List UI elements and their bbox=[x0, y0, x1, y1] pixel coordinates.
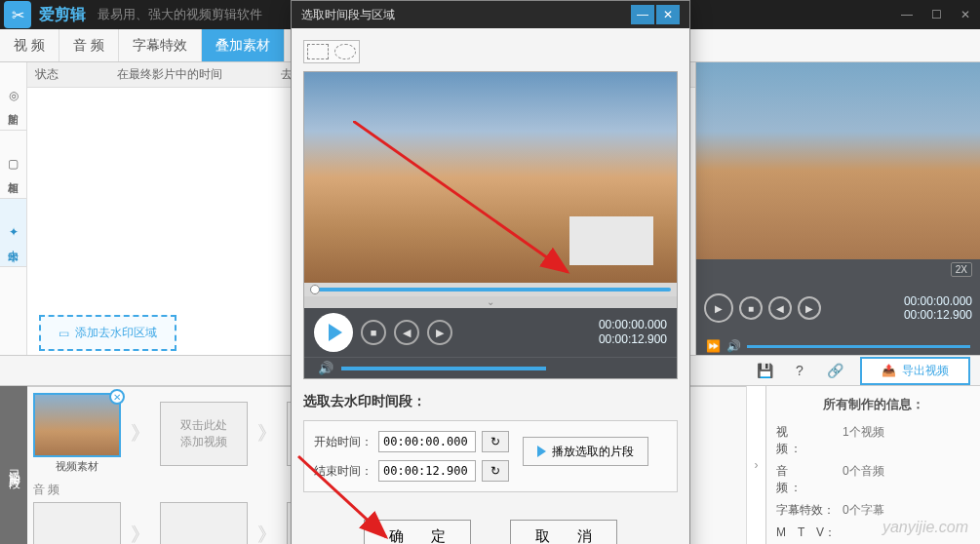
time-form: 开始时间： ↻ 结束时间： ↻ 播放选取的片段 bbox=[303, 420, 678, 492]
watermark-region-handle[interactable] bbox=[569, 216, 653, 265]
export-icon: 📤 bbox=[882, 364, 896, 377]
col-status: 状态 bbox=[35, 66, 59, 83]
add-region-label: 添加去水印区域 bbox=[75, 325, 157, 341]
minimize-button[interactable]: — bbox=[892, 0, 921, 29]
help-icon[interactable]: ? bbox=[790, 361, 809, 380]
dialog-next-frame-button[interactable]: ▶ bbox=[427, 320, 452, 345]
share-icon[interactable]: 🔗 bbox=[825, 361, 844, 380]
dialog-play-button[interactable] bbox=[314, 313, 353, 352]
info-title: 所有制作的信息： bbox=[776, 392, 970, 421]
time-total: 00:00:12.900 bbox=[904, 308, 972, 322]
start-time-input[interactable] bbox=[378, 431, 476, 452]
clips-section-label: 已添加片段 bbox=[6, 460, 22, 470]
add-watermark-region-button[interactable]: ▭ 添加去水印区域 bbox=[39, 315, 176, 351]
rect-shape-button[interactable] bbox=[307, 44, 329, 59]
sidebar-item-frame[interactable]: ▢ 加相框 bbox=[0, 131, 26, 199]
chevron-right-icon: 》 bbox=[127, 522, 154, 545]
dialog-time-display: 00:00:00.000 00:00:12.900 bbox=[599, 318, 667, 347]
app-logo-icon: ✂ bbox=[4, 1, 31, 28]
sidebar-item-sticker[interactable]: ◎ 加贴图 bbox=[0, 62, 26, 131]
region-shape-picker bbox=[303, 40, 360, 63]
tab-subtitle[interactable]: 字幕特效 bbox=[119, 29, 202, 61]
time-current: 00:00:00.000 bbox=[904, 294, 972, 308]
tab-audio[interactable]: 音 频 bbox=[59, 29, 119, 61]
grab-start-time-button[interactable]: ↻ bbox=[482, 431, 509, 452]
next-frame-button[interactable]: ▶ bbox=[798, 296, 821, 320]
dialog-minimize-button[interactable]: — bbox=[631, 5, 654, 24]
clips-pager-next[interactable]: › bbox=[746, 386, 765, 544]
annotation-arrow-icon bbox=[353, 121, 607, 306]
dialog-time-total: 00:00:12.900 bbox=[599, 332, 667, 347]
save-icon[interactable]: 💾 bbox=[755, 361, 774, 380]
dialog-controls: ■ ◀ ▶ 00:00:00.000 00:00:12.900 bbox=[304, 308, 677, 357]
dialog-titlebar[interactable]: 选取时间段与区域 — ✕ bbox=[292, 1, 689, 28]
audio-clip-empty[interactable] bbox=[33, 502, 121, 544]
watermark-icon: ✦ bbox=[9, 225, 19, 239]
sidebar-item-label: 去水印 bbox=[6, 241, 20, 244]
preview-canvas[interactable] bbox=[696, 62, 980, 259]
dialog-prev-frame-button[interactable]: ◀ bbox=[394, 320, 419, 345]
segment-title: 选取去水印时间段： bbox=[303, 393, 678, 410]
time-display: 00:00:00.000 00:00:12.900 bbox=[904, 294, 972, 323]
dialog-close-button[interactable]: ✕ bbox=[656, 5, 680, 24]
maximize-button[interactable]: ☐ bbox=[921, 0, 951, 29]
tab-video[interactable]: 视 频 bbox=[0, 29, 59, 61]
oval-shape-button[interactable] bbox=[334, 44, 356, 59]
export-label: 导出视频 bbox=[902, 363, 949, 379]
info-val: 1个视频 bbox=[843, 424, 884, 457]
expand-timeline-button[interactable]: ⌄ bbox=[304, 296, 677, 308]
time-region-dialog: 选取时间段与区域 — ✕ ⌄ ■ ◀ bbox=[291, 0, 690, 544]
play-segment-label: 播放选取的片段 bbox=[552, 444, 634, 460]
sidebar-item-watermark[interactable]: ✦ 去水印 bbox=[0, 199, 26, 267]
sidebar: ◎ 加贴图 ▢ 加相框 ✦ 去水印 bbox=[0, 62, 27, 355]
clip-placeholder-label: 双击此处 添加视频 bbox=[180, 417, 227, 450]
dialog-time-current: 00:00:00.000 bbox=[599, 318, 667, 332]
frame-icon: ▢ bbox=[8, 157, 19, 171]
preview-pane: 2X ▶ ■ ◀ ▶ 00:00:00.000 00:00:12.900 ⏩ 🔊 bbox=[695, 62, 980, 355]
cancel-button[interactable]: 取 消 bbox=[510, 520, 617, 544]
play-button[interactable]: ▶ bbox=[704, 293, 733, 323]
end-time-label: 结束时间： bbox=[314, 463, 372, 480]
dialog-title: 选取时间段与区域 bbox=[301, 7, 395, 23]
stop-button[interactable]: ■ bbox=[739, 296, 763, 320]
ok-button[interactable]: 确 定 bbox=[364, 520, 471, 544]
export-button[interactable]: 📤 导出视频 bbox=[860, 357, 970, 385]
play-segment-button[interactable]: 播放选取的片段 bbox=[523, 437, 648, 466]
volume-slider[interactable] bbox=[747, 345, 970, 348]
chevron-right-icon: 》 bbox=[254, 420, 281, 447]
tab-overlay[interactable]: 叠加素材 bbox=[202, 29, 285, 61]
dialog-volume-slider[interactable] bbox=[341, 367, 546, 370]
sidebar-item-label: 加相框 bbox=[6, 173, 20, 175]
info-val: 0个音频 bbox=[843, 463, 884, 496]
info-key: 视 频： bbox=[776, 424, 843, 457]
prev-frame-button[interactable]: ◀ bbox=[768, 296, 792, 320]
dialog-actions: 确 定 取 消 bbox=[303, 520, 678, 544]
info-key: 音 频： bbox=[776, 463, 843, 496]
page-watermark: yanyijie.com bbox=[882, 519, 968, 536]
close-button[interactable]: ✕ bbox=[951, 0, 980, 29]
sticker-icon: ◎ bbox=[9, 89, 19, 102]
chevron-right-icon: 》 bbox=[254, 522, 281, 545]
volume-icon[interactable]: 🔊 bbox=[726, 339, 741, 353]
dialog-preview-canvas[interactable] bbox=[304, 72, 677, 283]
app-tagline: 最易用、强大的视频剪辑软件 bbox=[98, 6, 262, 23]
volume-icon[interactable]: 🔊 bbox=[318, 361, 333, 375]
scrub-thumb[interactable] bbox=[310, 285, 320, 294]
audio-row-label: 音 频 bbox=[33, 482, 80, 498]
info-key: M T V： bbox=[776, 525, 843, 541]
fast-forward-icon[interactable]: ⏩ bbox=[706, 339, 721, 353]
clip-thumbnail[interactable]: ✕ bbox=[33, 393, 121, 457]
speed-badge[interactable]: 2X bbox=[951, 262, 972, 277]
dialog-scrubber[interactable] bbox=[304, 283, 677, 296]
end-time-input[interactable] bbox=[378, 460, 476, 482]
preview-controls: ▶ ■ ◀ ▶ 00:00:00.000 00:00:12.900 bbox=[696, 279, 980, 337]
audio-clip-empty[interactable] bbox=[160, 502, 248, 544]
info-key: 字幕特效： bbox=[776, 502, 843, 519]
clip-remove-button[interactable]: ✕ bbox=[109, 389, 125, 405]
dialog-stop-button[interactable]: ■ bbox=[361, 320, 386, 345]
clip-placeholder[interactable]: 双击此处 添加视频 bbox=[160, 402, 248, 466]
grab-end-time-button[interactable]: ↻ bbox=[482, 460, 509, 482]
dashed-rect-icon: ▭ bbox=[59, 327, 69, 340]
svg-line-0 bbox=[353, 121, 568, 272]
app-name: 爱剪辑 bbox=[39, 5, 86, 25]
